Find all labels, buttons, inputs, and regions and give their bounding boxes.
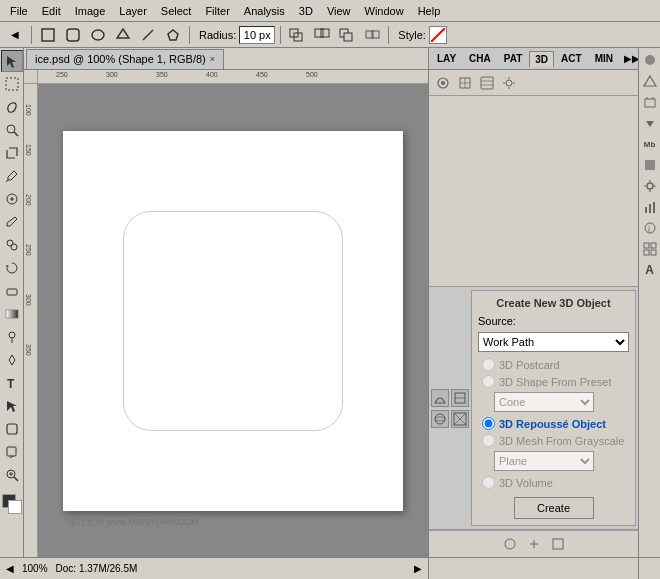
document-tab[interactable]: ice.psd @ 100% (Shape 1, RGB/8) × <box>26 49 224 69</box>
tool-notes[interactable] <box>1 441 23 463</box>
svg-rect-0 <box>42 29 54 41</box>
menu-item-select[interactable]: Select <box>155 3 198 19</box>
panel-tab-channels[interactable]: CHA <box>463 50 497 67</box>
tool-zoom[interactable] <box>1 464 23 486</box>
3d-source-icon-4[interactable] <box>451 410 469 428</box>
source-select[interactable]: Work Path Selected Layer File <box>478 332 629 352</box>
svg-text:i: i <box>648 224 650 234</box>
toolbar-path-ops[interactable] <box>286 24 308 46</box>
panel-tab-mini[interactable]: MIN <box>589 50 619 67</box>
tool-eraser[interactable] <box>1 280 23 302</box>
tool-quick-select[interactable] <box>1 119 23 141</box>
menu-item-image[interactable]: Image <box>69 3 112 19</box>
svg-line-4 <box>143 30 153 40</box>
menu-item-layer[interactable]: Layer <box>113 3 153 19</box>
canvas-area: ice.psd @ 100% (Shape 1, RGB/8) × 250 30… <box>24 48 428 557</box>
toolbar-rect-btn[interactable] <box>37 24 59 46</box>
3d-source-icon-2[interactable] <box>451 389 469 407</box>
radius-input[interactable] <box>239 26 275 44</box>
tool-eyedropper[interactable] <box>1 165 23 187</box>
tool-path-select[interactable] <box>1 395 23 417</box>
3d-source-icon-1[interactable] <box>431 389 449 407</box>
far-right-btn-1[interactable] <box>640 50 660 70</box>
toolbar-polygon-btn[interactable] <box>112 24 134 46</box>
menu-item-edit[interactable]: Edit <box>36 3 67 19</box>
far-right-btn-chart[interactable] <box>640 197 660 217</box>
tool-crop[interactable] <box>1 142 23 164</box>
toolbar-align[interactable] <box>336 24 358 46</box>
menu-item-window[interactable]: Window <box>359 3 410 19</box>
tool-shape[interactable] <box>1 418 23 440</box>
tool-pen[interactable] <box>1 349 23 371</box>
svg-rect-65 <box>645 99 655 107</box>
menu-item-help[interactable]: Help <box>412 3 447 19</box>
tool-marquee[interactable] <box>1 73 23 95</box>
tab-close-btn[interactable]: × <box>210 54 215 64</box>
far-right-btn-2[interactable] <box>640 71 660 91</box>
svg-rect-32 <box>7 447 16 456</box>
panel-material-icon[interactable] <box>477 73 497 93</box>
toolbar-ellipse-btn[interactable] <box>87 24 109 46</box>
tool-dodge[interactable] <box>1 326 23 348</box>
tool-text[interactable]: T <box>1 372 23 394</box>
panel-tab-actions[interactable]: ACT <box>555 50 588 67</box>
tab-bar: ice.psd @ 100% (Shape 1, RGB/8) × <box>24 48 428 70</box>
style-swatch[interactable] <box>429 26 447 44</box>
far-right-btn-gear[interactable] <box>640 176 660 196</box>
svg-point-46 <box>506 80 512 86</box>
menu-item-filter[interactable]: Filter <box>199 3 235 19</box>
panel-light-icon[interactable] <box>499 73 519 93</box>
lower-right-panel <box>428 557 638 579</box>
ruler-vertical: 100 150 200 250 300 350 <box>24 84 38 557</box>
far-right-btn-text[interactable]: A <box>640 260 660 280</box>
3d-create-dialog: Create New 3D Object Source: Work Path S… <box>471 290 636 526</box>
svg-marker-68 <box>646 121 654 127</box>
tool-gradient[interactable] <box>1 303 23 325</box>
menu-item-analysis[interactable]: Analysis <box>238 3 291 19</box>
tool-clone[interactable] <box>1 234 23 256</box>
menu-item-view[interactable]: View <box>321 3 357 19</box>
panel-bottom-icon-1[interactable] <box>500 534 520 554</box>
tool-lasso[interactable] <box>1 96 23 118</box>
panel-mesh-icon[interactable] <box>455 73 475 93</box>
plane-select[interactable]: Plane Grid <box>494 451 594 471</box>
canvas-viewport[interactable]: 设计互动 www.MISSYUAN.COM <box>38 84 428 557</box>
panel-list[interactable] <box>429 96 638 286</box>
far-right-btn-grid[interactable] <box>640 239 660 259</box>
status-right-arrow[interactable]: ▶ <box>414 563 422 574</box>
menu-item-file[interactable]: File <box>4 3 34 19</box>
toolbar-custom-shape-btn[interactable] <box>162 24 184 46</box>
panel-tab-layers[interactable]: LAY <box>431 50 462 67</box>
tool-brush[interactable] <box>1 211 23 233</box>
create-3d-button[interactable]: Create <box>514 497 594 519</box>
toolbar-rounded-rect-btn[interactable] <box>62 24 84 46</box>
far-right-btn-3[interactable] <box>640 92 660 112</box>
svg-line-17 <box>14 132 18 136</box>
tool-history[interactable] <box>1 257 23 279</box>
3d-source-icon-3[interactable] <box>431 410 449 428</box>
source-select-row: Work Path Selected Layer File <box>478 332 629 352</box>
far-right-btn-info[interactable]: i <box>640 218 660 238</box>
svg-point-27 <box>9 332 15 338</box>
cone-select-row: Cone Cube Cylinder Sphere <box>478 392 629 412</box>
tab-title: ice.psd @ 100% (Shape 1, RGB/8) <box>35 53 206 65</box>
far-right-btn-4[interactable] <box>640 113 660 133</box>
menu-item-3d[interactable]: 3D <box>293 3 319 19</box>
panel-bottom-icon-3[interactable] <box>548 534 568 554</box>
toolbar-line-btn[interactable] <box>137 24 159 46</box>
panel-bottom-icon-2[interactable] <box>524 534 544 554</box>
panel-tab-paths[interactable]: PAT <box>498 50 529 67</box>
toolbar-distribute[interactable] <box>361 24 383 46</box>
tool-move[interactable] <box>1 50 23 72</box>
status-left-arrow[interactable]: ◀ <box>6 563 14 574</box>
panel-scene-icon[interactable] <box>433 73 453 93</box>
far-right-btn-5[interactable] <box>640 155 660 175</box>
far-right-btn-mb[interactable]: Mb <box>640 134 660 154</box>
tool-heal[interactable] <box>1 188 23 210</box>
toolbar-path-ops2[interactable] <box>311 24 333 46</box>
toolbar-arrow-btn[interactable]: ◀ <box>4 24 26 46</box>
cone-select[interactable]: Cone Cube Cylinder Sphere <box>494 392 594 412</box>
mesh-gray-option: 3D Mesh From Grayscale <box>478 434 629 447</box>
foreground-color[interactable] <box>2 494 22 514</box>
panel-tab-3d[interactable]: 3D <box>529 51 554 67</box>
